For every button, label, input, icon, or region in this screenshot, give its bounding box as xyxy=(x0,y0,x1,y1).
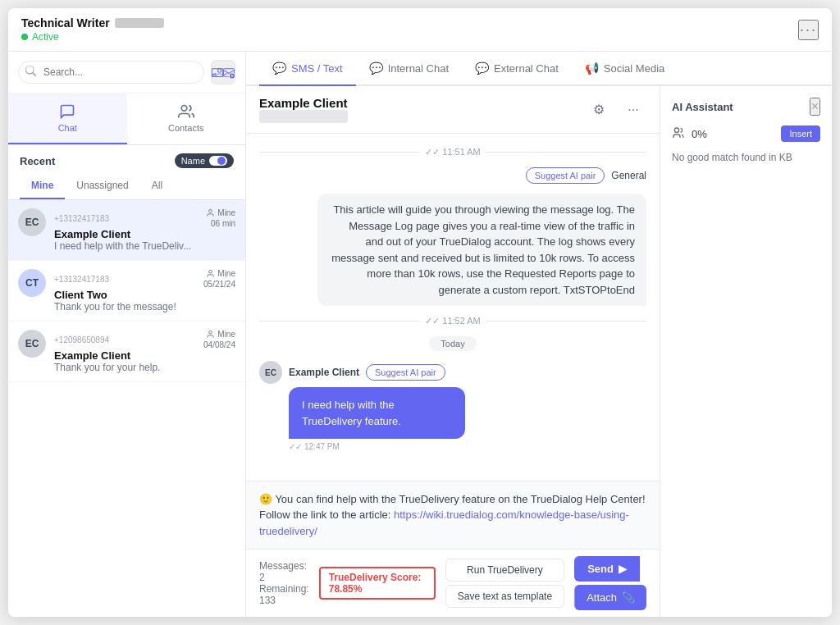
conv-time: 05/21/24 xyxy=(203,280,235,289)
sender-avatar: EC xyxy=(259,361,282,384)
conv-top: +13132417183 Mine 05/21/24 xyxy=(54,269,235,289)
send-button[interactable]: Send ▶ xyxy=(574,556,640,582)
client-name: Example Client xyxy=(259,96,348,110)
tab-mine[interactable]: Mine xyxy=(20,173,65,199)
conversation-item[interactable]: EC +12098650894 Mine 04/08/24 xyxy=(8,322,245,382)
conv-meta: Mine 06 min xyxy=(206,208,235,228)
search-input[interactable] xyxy=(18,61,204,84)
insert-button[interactable]: Insert xyxy=(781,125,820,142)
attach-button[interactable]: Attach 📎 xyxy=(574,585,646,610)
conv-body: +12098650894 Mine 04/08/24 Example Clien… xyxy=(54,330,235,373)
run-truedelivery-button[interactable]: Run TrueDelivery xyxy=(445,559,564,582)
tab-social-media[interactable]: 📢 Social Media xyxy=(572,52,678,86)
external-chat-icon: 💬 xyxy=(475,62,489,75)
chat-header-actions: ⚙ ··· xyxy=(586,97,646,123)
conversation-item[interactable]: EC +13132417183 Mine 06 min xyxy=(8,200,245,261)
app-container: Technical Writer Active ··· xyxy=(8,8,832,617)
svg-point-3 xyxy=(209,331,212,334)
search-icon xyxy=(25,66,36,79)
draft-area: 🙂 You can find help with the TrueDeliver… xyxy=(246,481,660,550)
nav-contacts[interactable]: Contacts xyxy=(127,94,246,144)
time-label: ✓✓ 11:51 AM xyxy=(259,147,646,157)
conv-preview: Thank you for your help. xyxy=(54,362,235,373)
conversation-tabs: Mine Unassigned All xyxy=(8,173,245,200)
client-message: EC Example Client Suggest AI pair I need… xyxy=(259,361,646,451)
status-dot xyxy=(21,34,28,40)
chat-tabs: 💬 SMS / Text 💬 Internal Chat 💬 External … xyxy=(246,52,832,86)
settings-button[interactable]: ⚙ xyxy=(586,97,612,123)
more-options-button[interactable]: ··· xyxy=(620,97,646,123)
name-toggle[interactable]: Name xyxy=(175,153,234,168)
ai-score-row: 0% Insert xyxy=(672,125,820,142)
internal-chat-icon: 💬 xyxy=(369,62,383,75)
conv-owner: Mine xyxy=(206,269,235,278)
conv-name: Example Client xyxy=(54,349,235,362)
svg-point-0 xyxy=(181,106,187,112)
compose-button[interactable] xyxy=(211,60,235,84)
conv-meta: Mine 04/08/24 xyxy=(203,330,235,349)
nav-chat[interactable]: Chat xyxy=(8,94,127,144)
top-header: Technical Writer Active ··· xyxy=(8,8,832,52)
today-divider: Today xyxy=(429,336,476,351)
avatar: CT xyxy=(18,269,46,297)
conv-top: +13132417183 Mine 06 min xyxy=(54,208,235,228)
ai-score-icon xyxy=(672,126,685,142)
attach-row: Attach 📎 xyxy=(574,585,646,610)
svg-point-1 xyxy=(209,209,212,212)
conv-time: 04/08/24 xyxy=(203,340,235,349)
svg-point-2 xyxy=(209,270,212,273)
ai-header: AI Assistant × xyxy=(672,98,820,116)
tab-sms-text[interactable]: 💬 SMS / Text xyxy=(259,52,356,86)
suggest-general-row: Suggest AI pair General xyxy=(259,167,646,184)
svg-point-4 xyxy=(674,128,678,132)
general-tag-label: General xyxy=(611,170,646,181)
suggest-ai-pair-button[interactable]: Suggest AI pair xyxy=(526,167,605,184)
today-divider-wrap: Today xyxy=(259,336,646,351)
recent-title: Recent xyxy=(20,155,55,167)
conversation-item[interactable]: CT +13132417183 Mine 05/21/24 xyxy=(8,261,245,322)
ai-no-match-text: No good match found in KB xyxy=(672,152,820,163)
main-layout: Chat Contacts Recent Name xyxy=(8,52,832,617)
conv-owner: Mine xyxy=(206,330,235,339)
toggle-pill xyxy=(209,156,227,166)
social-media-icon: 📢 xyxy=(585,62,599,75)
conv-phone: +12098650894 xyxy=(54,335,109,344)
conv-owner: Mine xyxy=(206,208,235,217)
header-menu-button[interactable]: ··· xyxy=(798,20,819,40)
suggest-ai-pair-button[interactable]: Suggest AI pair xyxy=(366,364,445,381)
client-phone: 1 800 000 0000 xyxy=(259,110,348,123)
avatar: EC xyxy=(18,208,46,236)
ai-title: AI Assistant xyxy=(672,101,733,113)
chat-area: 💬 SMS / Text 💬 Internal Chat 💬 External … xyxy=(246,52,832,617)
ai-score-value: 0% xyxy=(692,128,707,140)
sms-icon: 💬 xyxy=(272,62,286,75)
tab-all[interactable]: All xyxy=(140,173,174,199)
msg-sender-row: EC Example Client Suggest AI pair xyxy=(259,361,445,384)
sender-name: Example Client xyxy=(289,367,359,378)
conv-meta: Mine 05/21/24 xyxy=(203,269,235,289)
conv-top: +12098650894 Mine 04/08/24 xyxy=(54,330,235,349)
tab-internal-chat[interactable]: 💬 Internal Chat xyxy=(356,52,462,86)
save-template-button[interactable]: Save text as template xyxy=(445,585,564,608)
conv-body: +13132417183 Mine 05/21/24 Client Two Th… xyxy=(54,269,235,312)
incoming-message: This article will guide you through view… xyxy=(259,194,646,306)
ai-close-button[interactable]: × xyxy=(810,98,820,116)
left-sidebar: Chat Contacts Recent Name xyxy=(8,52,246,617)
conv-phone: +13132417183 xyxy=(54,214,109,223)
tab-external-chat[interactable]: 💬 External Chat xyxy=(462,52,572,86)
msg-time: ✓✓ 12:47 PM xyxy=(289,442,340,451)
conv-preview: Thank you for the message! xyxy=(54,301,235,312)
recent-header: Recent Name xyxy=(8,145,245,173)
nav-icons: Chat Contacts xyxy=(8,94,245,145)
conv-name: Example Client xyxy=(54,228,235,240)
tab-unassigned[interactable]: Unassigned xyxy=(65,173,139,199)
search-area xyxy=(8,52,245,94)
message-bubble-left: I need help with the TrueDelivery featur… xyxy=(289,387,465,439)
conv-time: 06 min xyxy=(211,219,235,228)
conv-preview: I need help with the TrueDeliv... xyxy=(54,240,235,252)
search-wrap xyxy=(18,61,204,84)
conversation-list: EC +13132417183 Mine 06 min xyxy=(8,200,245,617)
check-icon: ✓✓ xyxy=(289,442,302,451)
send-attach-group: Send ▶ Attach 📎 xyxy=(574,556,646,610)
conv-body: +13132417183 Mine 06 min Example Client … xyxy=(54,208,235,252)
